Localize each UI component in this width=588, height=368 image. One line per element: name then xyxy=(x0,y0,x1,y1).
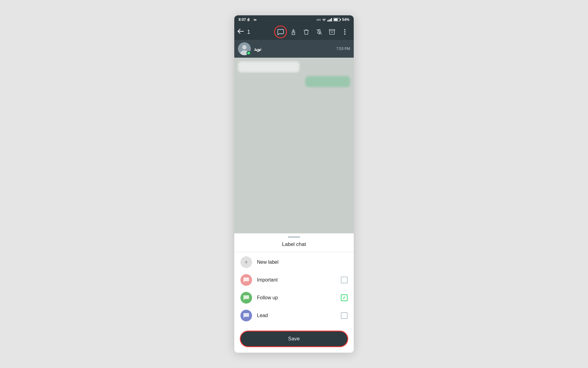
status-bar: 8:07 VPN xyxy=(234,15,354,24)
svg-rect-7 xyxy=(329,20,330,21)
delete-button[interactable] xyxy=(300,26,312,38)
more-button[interactable] xyxy=(339,26,351,38)
toolbar-actions xyxy=(255,26,351,38)
battery-percent: 54% xyxy=(342,17,349,22)
svg-point-18 xyxy=(242,45,247,49)
toolbar: 1 xyxy=(234,24,354,40)
svg-rect-6 xyxy=(327,20,328,21)
svg-rect-9 xyxy=(331,18,332,21)
pin-button[interactable] xyxy=(288,26,299,38)
svg-point-15 xyxy=(344,31,345,33)
followup-label-item[interactable]: Follow up xyxy=(234,289,354,307)
handle-bar xyxy=(288,236,300,238)
new-label-item[interactable]: + New label xyxy=(234,253,354,271)
save-button[interactable]: Save xyxy=(240,331,348,347)
archive-button[interactable] xyxy=(326,26,338,38)
important-label-item[interactable]: Important xyxy=(234,271,354,289)
followup-label-name: Follow up xyxy=(257,295,336,301)
label-chat-icon3 xyxy=(243,312,249,319)
message-bubble-sent xyxy=(305,76,350,87)
archive-icon xyxy=(329,29,335,35)
label-chat-icon xyxy=(243,277,249,283)
battery-icon xyxy=(334,18,341,21)
bottom-sheet: Label chat + New label Important xyxy=(234,233,354,353)
back-button[interactable] xyxy=(237,29,244,36)
wifi-icon xyxy=(322,18,326,21)
chat-label-icon xyxy=(277,29,284,35)
svg-rect-8 xyxy=(330,19,331,21)
sheet-divider xyxy=(234,252,354,252)
mute-button[interactable] xyxy=(313,26,325,38)
message-received xyxy=(238,61,350,72)
status-icons: VPN 54% xyxy=(316,17,349,22)
followup-label-icon xyxy=(240,292,252,304)
pin-icon xyxy=(291,29,296,35)
lead-label-item[interactable]: Lead xyxy=(234,307,354,324)
svg-point-4 xyxy=(255,19,257,20)
online-badge xyxy=(247,51,251,55)
svg-point-14 xyxy=(344,29,345,30)
label-chat-icon2 xyxy=(243,295,249,301)
label-button[interactable] xyxy=(275,26,286,38)
phone-container: 8:07 VPN xyxy=(234,15,354,353)
lead-label-icon xyxy=(240,310,252,321)
back-icon xyxy=(237,29,244,34)
chat-messages xyxy=(234,58,354,233)
sheet-handle xyxy=(234,233,354,239)
new-label-icon: + xyxy=(240,256,252,268)
svg-point-16 xyxy=(344,33,345,35)
save-button-wrapper: Save xyxy=(234,327,354,353)
important-label-icon xyxy=(240,274,252,286)
svg-rect-1 xyxy=(248,18,249,21)
selection-count: 1 xyxy=(247,29,250,35)
followup-checkbox[interactable] xyxy=(341,294,348,301)
chat-header: نوید 7:53 PM xyxy=(234,40,354,58)
avatar-wrapper xyxy=(238,42,251,55)
plus-icon: + xyxy=(244,259,248,266)
svg-text:VPN: VPN xyxy=(316,18,321,21)
message-sent xyxy=(238,76,350,87)
svg-rect-11 xyxy=(340,19,341,21)
important-checkbox[interactable] xyxy=(341,277,348,283)
sim-icon xyxy=(247,18,252,21)
chat-name: نوید xyxy=(254,46,261,52)
time-display: 8:07 xyxy=(239,17,246,22)
message-bubble-received xyxy=(238,61,300,72)
svg-rect-13 xyxy=(329,29,335,31)
label-list: + New label Important xyxy=(234,253,354,327)
svg-rect-0 xyxy=(247,19,248,21)
cloud-icon xyxy=(253,18,257,21)
status-time: 8:07 xyxy=(239,17,257,22)
vpn-icon: VPN xyxy=(316,18,321,21)
signal-icon xyxy=(327,18,332,21)
more-icon xyxy=(344,29,346,35)
important-label-name: Important xyxy=(257,277,336,283)
lead-checkbox[interactable] xyxy=(341,312,348,319)
new-label-name: New label xyxy=(257,259,348,265)
lead-label-name: Lead xyxy=(257,313,336,318)
sheet-title: Label chat xyxy=(234,239,354,252)
trash-icon xyxy=(303,29,309,35)
mute-icon xyxy=(316,29,322,35)
chat-time: 7:53 PM xyxy=(336,47,350,51)
svg-rect-12 xyxy=(334,19,337,21)
chat-area: نوید 7:53 PM xyxy=(234,40,354,233)
